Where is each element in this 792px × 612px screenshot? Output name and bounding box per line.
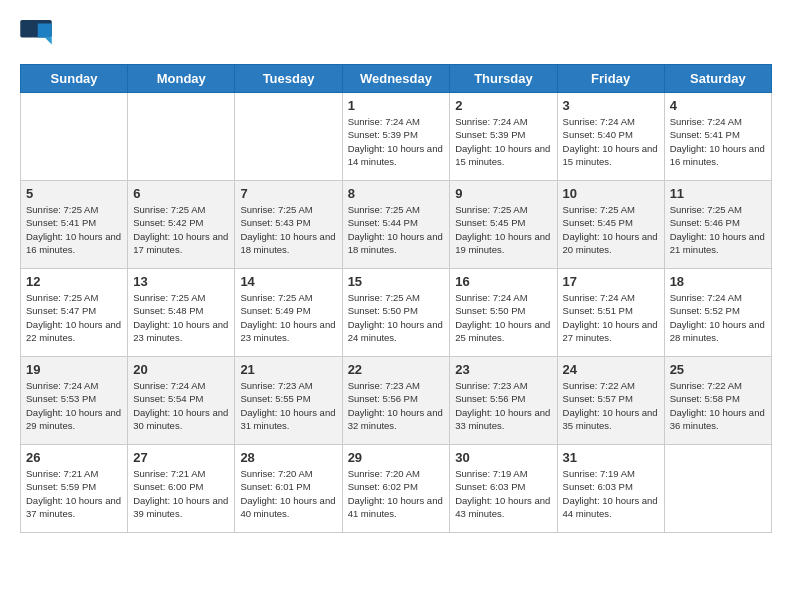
calendar-header-row: SundayMondayTuesdayWednesdayThursdayFrid… [21,65,772,93]
day-info: Sunrise: 7:24 AM Sunset: 5:39 PM Dayligh… [455,115,551,168]
day-info: Sunrise: 7:19 AM Sunset: 6:03 PM Dayligh… [455,467,551,520]
calendar-cell: 4Sunrise: 7:24 AM Sunset: 5:41 PM Daylig… [664,93,771,181]
day-info: Sunrise: 7:25 AM Sunset: 5:45 PM Dayligh… [563,203,659,256]
day-info: Sunrise: 7:24 AM Sunset: 5:41 PM Dayligh… [670,115,766,168]
day-number: 28 [240,450,336,465]
day-info: Sunrise: 7:25 AM Sunset: 5:47 PM Dayligh… [26,291,122,344]
day-info: Sunrise: 7:24 AM Sunset: 5:51 PM Dayligh… [563,291,659,344]
day-info: Sunrise: 7:24 AM Sunset: 5:50 PM Dayligh… [455,291,551,344]
calendar-cell [664,445,771,533]
calendar-header-sunday: Sunday [21,65,128,93]
calendar-week-row-1: 1Sunrise: 7:24 AM Sunset: 5:39 PM Daylig… [21,93,772,181]
calendar-cell: 21Sunrise: 7:23 AM Sunset: 5:55 PM Dayli… [235,357,342,445]
day-info: Sunrise: 7:25 AM Sunset: 5:50 PM Dayligh… [348,291,445,344]
day-number: 20 [133,362,229,377]
day-number: 11 [670,186,766,201]
calendar-cell: 9Sunrise: 7:25 AM Sunset: 5:45 PM Daylig… [450,181,557,269]
svg-marker-2 [45,38,52,45]
day-info: Sunrise: 7:24 AM Sunset: 5:40 PM Dayligh… [563,115,659,168]
day-number: 7 [240,186,336,201]
calendar-cell: 12Sunrise: 7:25 AM Sunset: 5:47 PM Dayli… [21,269,128,357]
calendar-cell: 1Sunrise: 7:24 AM Sunset: 5:39 PM Daylig… [342,93,450,181]
day-number: 14 [240,274,336,289]
day-number: 9 [455,186,551,201]
day-info: Sunrise: 7:25 AM Sunset: 5:45 PM Dayligh… [455,203,551,256]
day-info: Sunrise: 7:25 AM Sunset: 5:41 PM Dayligh… [26,203,122,256]
day-info: Sunrise: 7:23 AM Sunset: 5:56 PM Dayligh… [455,379,551,432]
day-info: Sunrise: 7:24 AM Sunset: 5:53 PM Dayligh… [26,379,122,432]
day-number: 3 [563,98,659,113]
calendar-cell: 26Sunrise: 7:21 AM Sunset: 5:59 PM Dayli… [21,445,128,533]
day-info: Sunrise: 7:21 AM Sunset: 5:59 PM Dayligh… [26,467,122,520]
day-number: 22 [348,362,445,377]
day-number: 29 [348,450,445,465]
day-number: 24 [563,362,659,377]
calendar-cell: 6Sunrise: 7:25 AM Sunset: 5:42 PM Daylig… [128,181,235,269]
calendar-cell: 7Sunrise: 7:25 AM Sunset: 5:43 PM Daylig… [235,181,342,269]
calendar-cell: 14Sunrise: 7:25 AM Sunset: 5:49 PM Dayli… [235,269,342,357]
calendar-cell: 13Sunrise: 7:25 AM Sunset: 5:48 PM Dayli… [128,269,235,357]
day-info: Sunrise: 7:21 AM Sunset: 6:00 PM Dayligh… [133,467,229,520]
calendar-cell: 25Sunrise: 7:22 AM Sunset: 5:58 PM Dayli… [664,357,771,445]
day-info: Sunrise: 7:24 AM Sunset: 5:54 PM Dayligh… [133,379,229,432]
day-number: 16 [455,274,551,289]
day-number: 17 [563,274,659,289]
logo [20,20,54,48]
calendar-cell: 10Sunrise: 7:25 AM Sunset: 5:45 PM Dayli… [557,181,664,269]
calendar-header-wednesday: Wednesday [342,65,450,93]
calendar-cell: 5Sunrise: 7:25 AM Sunset: 5:41 PM Daylig… [21,181,128,269]
page-header [20,20,772,48]
day-number: 10 [563,186,659,201]
day-info: Sunrise: 7:25 AM Sunset: 5:44 PM Dayligh… [348,203,445,256]
day-number: 4 [670,98,766,113]
calendar-cell: 31Sunrise: 7:19 AM Sunset: 6:03 PM Dayli… [557,445,664,533]
day-number: 31 [563,450,659,465]
day-number: 15 [348,274,445,289]
calendar-header-thursday: Thursday [450,65,557,93]
calendar-header-friday: Friday [557,65,664,93]
calendar-cell: 8Sunrise: 7:25 AM Sunset: 5:44 PM Daylig… [342,181,450,269]
calendar-cell: 2Sunrise: 7:24 AM Sunset: 5:39 PM Daylig… [450,93,557,181]
day-info: Sunrise: 7:22 AM Sunset: 5:58 PM Dayligh… [670,379,766,432]
day-info: Sunrise: 7:25 AM Sunset: 5:46 PM Dayligh… [670,203,766,256]
calendar-cell: 30Sunrise: 7:19 AM Sunset: 6:03 PM Dayli… [450,445,557,533]
day-number: 13 [133,274,229,289]
svg-marker-1 [38,24,52,38]
calendar-cell: 20Sunrise: 7:24 AM Sunset: 5:54 PM Dayli… [128,357,235,445]
day-info: Sunrise: 7:25 AM Sunset: 5:48 PM Dayligh… [133,291,229,344]
day-number: 19 [26,362,122,377]
calendar-cell: 11Sunrise: 7:25 AM Sunset: 5:46 PM Dayli… [664,181,771,269]
calendar-week-row-4: 19Sunrise: 7:24 AM Sunset: 5:53 PM Dayli… [21,357,772,445]
day-info: Sunrise: 7:23 AM Sunset: 5:56 PM Dayligh… [348,379,445,432]
calendar-cell: 17Sunrise: 7:24 AM Sunset: 5:51 PM Dayli… [557,269,664,357]
day-number: 21 [240,362,336,377]
day-number: 25 [670,362,766,377]
calendar-cell: 29Sunrise: 7:20 AM Sunset: 6:02 PM Dayli… [342,445,450,533]
calendar-cell: 3Sunrise: 7:24 AM Sunset: 5:40 PM Daylig… [557,93,664,181]
day-info: Sunrise: 7:20 AM Sunset: 6:02 PM Dayligh… [348,467,445,520]
day-number: 27 [133,450,229,465]
day-info: Sunrise: 7:24 AM Sunset: 5:52 PM Dayligh… [670,291,766,344]
calendar-header-tuesday: Tuesday [235,65,342,93]
day-info: Sunrise: 7:22 AM Sunset: 5:57 PM Dayligh… [563,379,659,432]
calendar-cell: 28Sunrise: 7:20 AM Sunset: 6:01 PM Dayli… [235,445,342,533]
day-number: 8 [348,186,445,201]
calendar-cell [235,93,342,181]
calendar-cell: 23Sunrise: 7:23 AM Sunset: 5:56 PM Dayli… [450,357,557,445]
calendar-week-row-3: 12Sunrise: 7:25 AM Sunset: 5:47 PM Dayli… [21,269,772,357]
calendar-cell: 16Sunrise: 7:24 AM Sunset: 5:50 PM Dayli… [450,269,557,357]
calendar-cell: 18Sunrise: 7:24 AM Sunset: 5:52 PM Dayli… [664,269,771,357]
day-number: 5 [26,186,122,201]
day-number: 2 [455,98,551,113]
calendar-cell: 24Sunrise: 7:22 AM Sunset: 5:57 PM Dayli… [557,357,664,445]
calendar-week-row-5: 26Sunrise: 7:21 AM Sunset: 5:59 PM Dayli… [21,445,772,533]
day-number: 1 [348,98,445,113]
calendar-header-monday: Monday [128,65,235,93]
day-info: Sunrise: 7:25 AM Sunset: 5:49 PM Dayligh… [240,291,336,344]
calendar-cell: 27Sunrise: 7:21 AM Sunset: 6:00 PM Dayli… [128,445,235,533]
calendar-cell [128,93,235,181]
calendar-table: SundayMondayTuesdayWednesdayThursdayFrid… [20,64,772,533]
day-info: Sunrise: 7:23 AM Sunset: 5:55 PM Dayligh… [240,379,336,432]
day-number: 12 [26,274,122,289]
day-info: Sunrise: 7:19 AM Sunset: 6:03 PM Dayligh… [563,467,659,520]
